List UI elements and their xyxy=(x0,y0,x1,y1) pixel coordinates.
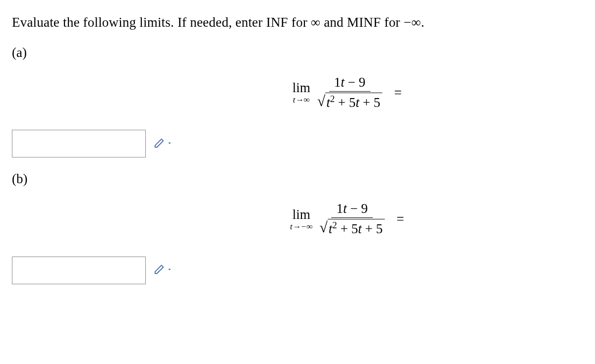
numerator-b: 1t − 9 xyxy=(331,202,372,218)
pencil-icon xyxy=(154,138,165,150)
chevron-down-icon xyxy=(166,140,173,148)
chevron-down-icon xyxy=(166,266,173,274)
equals-a: = xyxy=(394,85,402,101)
lim-b-sub: t→−∞ xyxy=(290,222,312,231)
denominator-a: √ t2 + 5t + 5 xyxy=(314,92,385,110)
edit-button-b[interactable] xyxy=(152,262,175,278)
instruction-text: Evaluate the following limits. If needed… xyxy=(12,15,583,30)
denominator-b: √ t2 + 5t + 5 xyxy=(316,218,387,237)
lim-b-word: lim xyxy=(293,208,310,221)
part-a-label: (a) xyxy=(12,45,583,60)
pencil-icon xyxy=(154,264,165,276)
equals-b: = xyxy=(397,211,404,227)
answer-input-b[interactable] xyxy=(12,257,146,284)
numerator-a: 1t − 9 xyxy=(329,75,370,92)
math-expression-a: lim t→∞ 1t − 9 √ t2 + 5t + 5 = xyxy=(12,75,583,110)
edit-button-a[interactable] xyxy=(152,136,175,152)
lim-a-sub: t→∞ xyxy=(293,96,310,104)
lim-a-word: lim xyxy=(293,81,310,95)
part-b-label: (b) xyxy=(12,171,583,187)
answer-input-a[interactable] xyxy=(12,130,146,157)
math-expression-b: lim t→−∞ 1t − 9 √ t2 + 5t + 5 = xyxy=(12,202,583,236)
